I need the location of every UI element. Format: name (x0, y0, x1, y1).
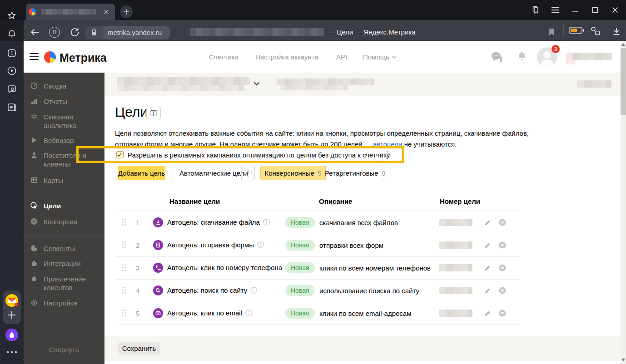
person-icon (30, 151, 38, 159)
percent-icon (30, 217, 38, 226)
goal-name[interactable]: Автоцель: клик по email (167, 309, 252, 317)
reload-icon[interactable] (69, 26, 80, 38)
edit-pencil-icon[interactable] (484, 219, 492, 226)
delete-x-icon[interactable] (499, 219, 506, 226)
address-bar-url[interactable]: metrika.yandex.ru (103, 26, 170, 39)
new-tab-button[interactable] (120, 5, 133, 18)
app-menu-burger-icon[interactable] (30, 53, 39, 62)
page-title-redacted (190, 28, 324, 36)
window-close-icon[interactable] (611, 6, 620, 14)
sidebar-collapse-button[interactable]: Свернуть (49, 346, 79, 354)
sidebar-item-customer-acquisition[interactable]: Привлечение клиентов (30, 275, 97, 292)
sidebar-item-segments[interactable]: Сегменты (30, 244, 97, 253)
tabs-counter-icon[interactable]: 1 (6, 48, 17, 59)
intro-line-1: Цели позволяют отслеживать важные событи… (115, 128, 529, 139)
window-maximize-icon[interactable] (591, 6, 600, 14)
sidebar-item-maps[interactable]: Карты (30, 176, 97, 185)
delete-x-icon[interactable] (499, 264, 506, 271)
bookmarks-panel-icon[interactable] (531, 5, 541, 15)
nav-account-settings[interactable]: Настройка аккаунта (255, 53, 318, 61)
screenshot-camera-icon[interactable] (6, 84, 17, 94)
info-icon[interactable] (257, 241, 264, 248)
add-goal-button[interactable]: Добавить цель (118, 166, 165, 180)
window-minimize-icon[interactable] (571, 6, 580, 14)
goal-name[interactable]: Автоцель: поиск по сайту (167, 286, 257, 294)
sidebar-item-conversions[interactable]: Конверсии (30, 217, 97, 226)
delete-x-icon[interactable] (499, 310, 506, 317)
edit-pencil-icon[interactable] (484, 310, 492, 317)
status-badge: Новая (285, 308, 315, 319)
edit-pencil-icon[interactable] (484, 264, 492, 271)
scrollbar-down-arrow[interactable] (621, 359, 625, 361)
edit-pencil-icon[interactable] (484, 241, 492, 249)
drag-handle-icon[interactable] (122, 310, 124, 311)
alice-assistant-icon[interactable] (5, 328, 19, 342)
passwords-key-icon[interactable] (590, 25, 601, 36)
chevron-down-icon (392, 56, 397, 59)
more-options-dots-icon[interactable] (6, 350, 18, 354)
edit-pencil-icon[interactable] (484, 287, 492, 294)
sidebar-divider (24, 195, 104, 195)
scrollbar-thumb[interactable] (621, 48, 626, 115)
site-security-chip[interactable] (85, 26, 103, 39)
save-button[interactable]: Сохранить (118, 342, 160, 354)
support-chat-icon[interactable] (491, 51, 504, 64)
articles-docs-icon[interactable] (6, 102, 17, 113)
info-icon[interactable] (250, 287, 257, 294)
sidebar-item-settings[interactable]: Настройка (30, 299, 97, 307)
sidebar-item-goals[interactable]: Цели (30, 202, 97, 210)
goal-name[interactable]: Автоцель: отправка формы (167, 241, 264, 249)
nav-api[interactable]: API (336, 53, 347, 61)
nav-counters[interactable]: Счетчики (209, 53, 238, 61)
sidebar-item-summary[interactable]: Сводка (30, 82, 97, 90)
info-icon[interactable] (263, 219, 270, 226)
tab-conversion-goals[interactable]: Конверсионные 5 (260, 166, 326, 180)
drag-handle-icon[interactable] (122, 219, 124, 220)
puzzle-icon (30, 259, 38, 267)
battery-saver-icon[interactable] (569, 26, 585, 34)
tab-close-icon[interactable] (103, 9, 109, 15)
favorites-star-icon[interactable] (6, 10, 17, 21)
status-badge: Новая (285, 240, 315, 251)
tab-retargeting-goals[interactable]: Ретаргетинговые 0 (326, 166, 384, 180)
row-number: 2 (136, 241, 139, 249)
goal-description: клики по всем номерам телефонов (319, 264, 431, 272)
drag-handle-icon[interactable] (122, 241, 124, 243)
brand-name[interactable]: Метрика (60, 51, 107, 64)
goal-description: скачивания всех файлов (319, 219, 398, 226)
nav-help[interactable]: Помощь (363, 53, 397, 61)
browser-menu-icon[interactable] (551, 6, 560, 14)
goal-name[interactable]: Автоцель: скачивание файла (167, 218, 270, 226)
sidebar-item-webvisor[interactable]: Вебвизор (30, 136, 97, 145)
notifications-bell-icon[interactable] (6, 29, 17, 39)
sidebar-item-integrations[interactable]: Интеграции (30, 259, 97, 268)
mail-app-icon[interactable] (5, 293, 19, 308)
back-arrow-icon[interactable] (29, 26, 40, 38)
delete-x-icon[interactable] (499, 287, 506, 294)
info-icon[interactable] (245, 310, 252, 316)
docs-book-button[interactable] (146, 106, 161, 120)
table-row: 2 Автоцель: отправка формы Новая отправк… (116, 234, 520, 257)
delete-x-icon[interactable] (499, 241, 506, 249)
goal-number-redacted (439, 219, 472, 226)
sidebar-item-reports[interactable]: Отчеты (30, 97, 97, 106)
toolbar-divider (563, 25, 564, 36)
yandex-services-icon[interactable]: Я (49, 27, 60, 38)
counter-chevron-down-icon[interactable] (253, 82, 260, 86)
scrollbar-up-arrow[interactable] (621, 43, 625, 46)
drag-handle-icon[interactable] (122, 264, 124, 266)
goal-name[interactable]: Автоцель: клик по номеру телефона (167, 264, 292, 271)
video-play-icon[interactable] (6, 65, 17, 76)
browser-window: 1 (0, 0, 626, 364)
auto-goals-button[interactable]: Автоматические цели (173, 166, 255, 180)
downloads-icon[interactable] (611, 26, 621, 37)
metrika-logo[interactable] (44, 51, 56, 63)
drag-handle-icon[interactable] (122, 287, 124, 288)
goal-number-redacted (439, 264, 472, 271)
form-goal-icon (153, 240, 163, 250)
bookmark-flag-icon[interactable] (547, 27, 556, 37)
sidebar-item-cross-analytics[interactable]: Сквозная аналитика (30, 113, 97, 130)
add-app-plus-icon[interactable] (7, 310, 17, 320)
notifications-bell-header-icon[interactable] (516, 50, 528, 64)
auto-goals-help-icon[interactable]: ? (244, 169, 252, 177)
